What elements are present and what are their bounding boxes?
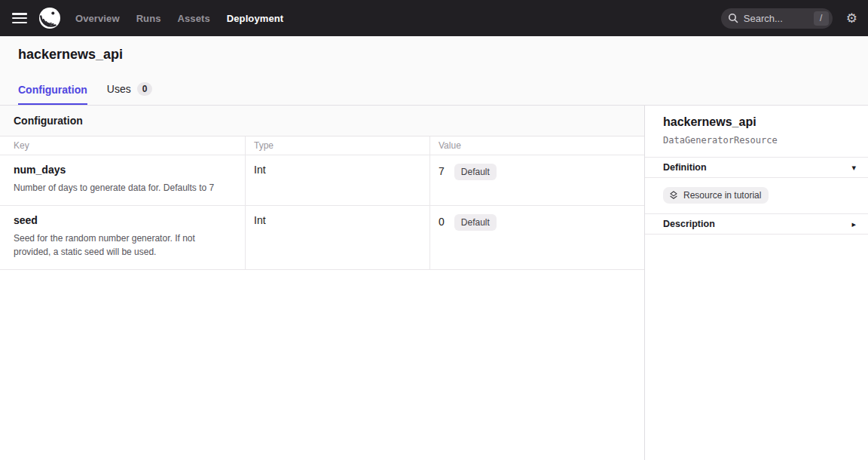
nav-item-deployment[interactable]: Deployment [227,13,283,24]
resource-class-name: DataGeneratorResource [663,135,850,146]
column-header-value: Value [429,136,644,155]
table-header-row: Key Type Value [0,136,644,155]
nav-item-overview[interactable]: Overview [75,13,120,24]
resource-location-tag[interactable]: Resource in tutorial [663,187,769,204]
tab-uses[interactable]: Uses 0 [107,82,153,105]
default-badge: Default [454,214,497,231]
table-row: num_days Number of days to generate data… [0,155,644,206]
tab-configuration[interactable]: Configuration [18,84,87,105]
table-row: seed Seed for the random number generato… [0,206,644,270]
config-value: 7 [439,164,445,177]
config-description: Seed for the random number generator. If… [14,232,232,259]
primary-nav: Overview Runs Assets Deployment [75,13,283,24]
section-title: Configuration [0,106,644,136]
resource-name: hackernews_api [663,115,850,129]
tab-bar: Configuration Uses 0 [18,82,850,105]
search-shortcut-key: / [814,11,829,26]
config-type: Int [245,206,429,269]
content-area: Configuration Key Type Value num_days Nu… [0,106,868,460]
nav-item-assets[interactable]: Assets [178,13,210,24]
dagster-logo-icon[interactable] [38,7,61,29]
uses-count-badge: 0 [137,82,153,96]
search-input[interactable] [744,13,802,24]
config-key: num_days [14,164,236,176]
definition-section-toggle[interactable]: Definition ▾ [645,157,868,177]
column-header-type: Type [245,136,429,155]
config-type: Int [245,155,429,205]
gear-icon[interactable]: ⚙ [846,12,857,25]
details-sidebar: hackernews_api DataGeneratorResource Def… [645,106,868,460]
configuration-panel: Configuration Key Type Value num_days Nu… [0,106,645,460]
config-description: Number of days to generate data for. Def… [14,181,232,195]
global-search[interactable]: / [721,8,833,29]
nav-item-runs[interactable]: Runs [136,13,161,24]
top-navigation-bar: Overview Runs Assets Deployment / ⚙ [0,0,868,36]
config-key: seed [14,214,236,226]
tag-label: Resource in tutorial [683,190,761,201]
column-header-key: Key [0,136,245,155]
page-header: hackernews_api Configuration Uses 0 [0,36,868,106]
layers-icon [668,190,679,201]
hamburger-menu-icon[interactable] [12,13,27,23]
definition-section-content: Resource in tutorial [645,177,868,214]
config-value: 0 [439,214,445,228]
chevron-down-icon: ▾ [851,163,856,173]
page-title: hackernews_api [18,47,850,63]
search-icon [728,13,738,23]
description-section-toggle[interactable]: Description ▸ [645,214,868,235]
chevron-right-icon: ▸ [851,219,856,229]
default-badge: Default [454,164,497,180]
